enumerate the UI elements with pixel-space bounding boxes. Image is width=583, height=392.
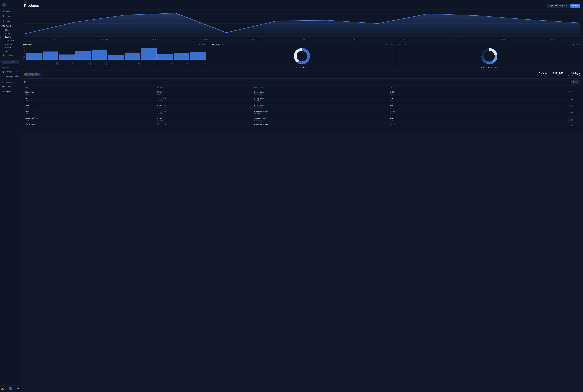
top-categories-card: Top Categories By Revenue Drinks Pizza: [208, 42, 396, 70]
header-left: REPORTS Products: [24, 2, 39, 8]
cell-date: 28 Apr 2019 2:25 PM: [156, 116, 253, 122]
reports-icon: 📊: [2, 25, 5, 27]
sidebar-item-inventory[interactable]: 📦 Inventory ▼: [1, 53, 20, 58]
cell-location: Samantha Barnes La Trattoria: [253, 116, 389, 122]
logo[interactable]: [0, 0, 21, 8]
action-cell: View ⋮: [468, 104, 579, 108]
items-sort[interactable]: By Revenue: [573, 44, 581, 45]
order-time: 12:37 PM: [157, 93, 252, 95]
categories-sort[interactable]: By Revenue: [385, 44, 393, 45]
sidebar-item-products[interactable]: 🛒 Products ▼: [1, 9, 20, 14]
col-total[interactable]: TOTAL ⇅: [389, 86, 467, 90]
order-total: $4.78: [390, 104, 466, 106]
notification-icon[interactable]: 🔔: [1, 388, 4, 390]
view-button[interactable]: View: [568, 124, 574, 127]
more-options-button[interactable]: ⋮: [575, 124, 579, 127]
more-options-button[interactable]: ⋮: [575, 104, 579, 108]
people-icon: 👤: [2, 20, 5, 22]
svg-point-16: [485, 52, 494, 61]
summary-shifts: 7 shifts 32 orders: [539, 72, 547, 76]
sidebar-item-locations[interactable]: 📍 Locations ▼: [1, 14, 20, 18]
order-time: 12:37 PM: [157, 100, 252, 102]
product-name: Wine: [25, 111, 155, 113]
view-button[interactable]: View: [568, 111, 574, 114]
main-content: REPORTS Products 6 Apr 2019 to 6 May 201…: [21, 0, 583, 392]
action-cell: View ⋮: [468, 117, 579, 121]
items-legend: Wine Noodle Soup: [481, 66, 498, 68]
categories-donut: Drinks Pizza: [211, 47, 393, 68]
sidebar-item-shifts[interactable]: Shifts: [1, 28, 20, 32]
location-name: Randy Botur: [254, 104, 388, 106]
avatar-plus: +1: [38, 72, 42, 76]
col-name[interactable]: NAME ⇅: [24, 86, 156, 90]
sidebar-item-guides[interactable]: 📖 Guides: [1, 84, 20, 89]
search-icon[interactable]: 🔍: [17, 388, 20, 390]
view-button[interactable]: View: [568, 98, 574, 101]
cell-name: Wine Drinks: [24, 96, 156, 103]
view-button[interactable]: View: [568, 92, 574, 94]
shifts-sub: 32 orders: [539, 75, 547, 76]
date-range-button[interactable]: 6 Apr 2019 to 6 May 2019: [547, 4, 569, 8]
cell-actions: View ⋮: [467, 116, 580, 122]
search-input[interactable]: [27, 80, 570, 84]
sidebar-item-settings[interactable]: ⚙️ Settings ▼: [1, 69, 20, 74]
summary-stats: 7 shifts 32 orders $ 1134.40 275 items 3…: [539, 72, 580, 76]
locations-icon: 📍: [2, 15, 5, 17]
chevron-icon: ▼: [17, 11, 19, 12]
items-sold-card: Items Sold 275 Items 50 40 30 20 10 0: [21, 42, 208, 70]
cell-total: $4.83 1089: [389, 90, 467, 96]
bars-container: [26, 47, 206, 60]
sidebar-item-locations-report[interactable]: Locations: [1, 46, 20, 50]
pos-login-button[interactable]: ↗ Log in to PoS: [1, 60, 20, 64]
col-location[interactable]: LOCATION ⇅: [253, 86, 389, 90]
more-options-button[interactable]: ⋮: [575, 98, 579, 101]
order-date: 30 Apr 2019: [157, 91, 252, 93]
sidebar-item-transactions[interactable]: Transactions: [1, 39, 20, 42]
sidebar-item-subscription[interactable]: 🔗 Subscription Beta: [1, 74, 20, 79]
sidebar-bottom: 🔔 👤 🔍: [0, 385, 21, 392]
view-button[interactable]: View: [568, 104, 574, 108]
table-body: Cheese Cake Dessert 30 Apr 2019 12:37 PM…: [24, 90, 580, 129]
more-options-button[interactable]: ⋮: [575, 111, 579, 114]
top-items-donut-svg: [479, 47, 499, 65]
user-avatar[interactable]: 👤: [9, 387, 12, 390]
cell-actions: View ⋮: [467, 90, 580, 96]
location-name: Samantha Barnes: [254, 124, 388, 126]
sidebar-item-products-report[interactable]: Products: [1, 36, 20, 39]
order-time: 12:37 PM: [157, 106, 252, 108]
sidebar-item-staff[interactable]: Staff: [1, 50, 20, 53]
view-button[interactable]: View: [568, 118, 574, 120]
table-header-row: NAME ⇅ DATE ⇅ LOCATION ⇅ TOTAL ⇅: [24, 86, 580, 90]
cell-name: Wine Drinks: [24, 110, 156, 116]
cell-name: Noodle Soup Starters: [24, 103, 156, 110]
more-options-button[interactable]: ⋮: [575, 117, 579, 121]
order-date: 28 Apr 2019: [157, 111, 252, 113]
cell-total: $4.78 1089: [389, 103, 467, 110]
summary-section: +1 7 shifts 32 orders $ 1134.40 275 item…: [21, 70, 583, 78]
bar: [125, 53, 140, 60]
more-options-button[interactable]: ⋮: [575, 91, 579, 95]
sidebar-item-reports[interactable]: 📊 Reports ▲: [1, 24, 20, 28]
bar: [59, 54, 75, 60]
sidebar-item-support[interactable]: 🔧 Support: [1, 89, 20, 94]
wine-dot: [481, 67, 482, 68]
filter-icon[interactable]: ⊟: [24, 81, 26, 83]
products-icon: 🛒: [2, 10, 5, 12]
sidebar-item-orders[interactable]: Orders: [1, 32, 20, 35]
days-sub: $ 37.81 per day **: [568, 75, 580, 76]
sort-icon: ⇅: [162, 87, 163, 88]
cell-location: Randy Botur La Trattoria: [253, 103, 389, 110]
col-date[interactable]: DATE ⇅: [156, 86, 253, 90]
sidebar-item-open-tabs[interactable]: Open Tabs: [1, 42, 20, 46]
venue-name: La Trattoria: [254, 113, 388, 114]
shifts-main: 7 shifts: [539, 72, 547, 75]
export-button[interactable]: Export: [571, 80, 580, 84]
sidebar-item-people[interactable]: 👤 People ▼: [1, 19, 20, 24]
order-time: 2:25 PM: [157, 120, 252, 121]
account-section-label: ACCOUNT: [0, 66, 21, 69]
options-button[interactable]: Options: [570, 4, 580, 8]
order-id: 1089: [390, 106, 466, 108]
days-main: 30 days: [568, 72, 580, 75]
cell-actions: View ⋮: [467, 103, 580, 110]
cell-total: $9.15 1091: [389, 116, 467, 122]
